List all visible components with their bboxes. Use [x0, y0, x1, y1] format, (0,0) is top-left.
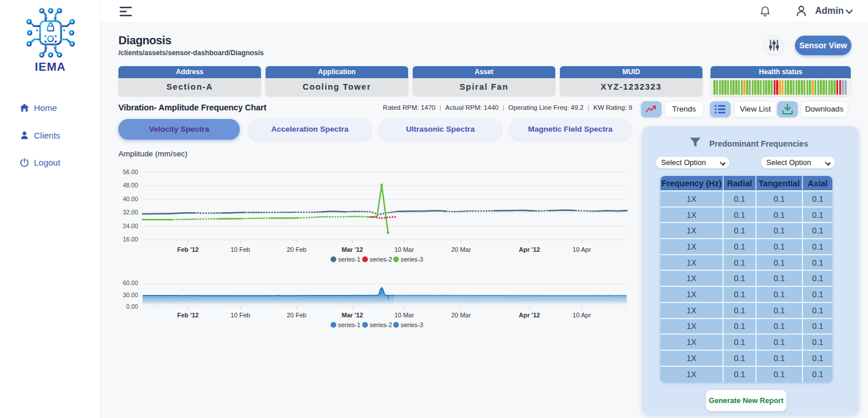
svg-text:10 Apr: 10 Apr: [573, 246, 591, 253]
svg-text:series-1: series-1: [338, 321, 360, 328]
svg-text:Mar '12: Mar '12: [341, 312, 363, 319]
svg-text:series-2: series-2: [370, 321, 392, 328]
svg-text:10 Mar: 10 Mar: [394, 246, 414, 253]
svg-text:Feb '12: Feb '12: [177, 246, 198, 253]
svg-text:Mar '12: Mar '12: [341, 246, 363, 253]
svg-text:series-3: series-3: [401, 321, 423, 328]
svg-text:20 Feb: 20 Feb: [287, 312, 306, 319]
svg-text:20 Mar: 20 Mar: [451, 246, 471, 253]
svg-text:60.00: 60.00: [123, 279, 138, 286]
svg-text:32.00: 32.00: [123, 209, 138, 216]
svg-text:10 Feb: 10 Feb: [231, 246, 250, 253]
svg-text:0.00: 0.00: [126, 303, 139, 310]
svg-text:Feb '12: Feb '12: [177, 312, 198, 319]
svg-text:24.00: 24.00: [123, 223, 138, 229]
svg-text:series-3: series-3: [401, 256, 423, 263]
svg-text:48.00: 48.00: [123, 182, 138, 189]
svg-text:10 Apr: 10 Apr: [573, 312, 591, 319]
svg-text:Apr '12: Apr '12: [519, 246, 540, 253]
svg-text:20 Mar: 20 Mar: [451, 312, 471, 319]
svg-text:16.00: 16.00: [123, 236, 138, 243]
svg-text:40.00: 40.00: [123, 195, 138, 202]
svg-text:10 Mar: 10 Mar: [394, 312, 414, 319]
svg-text:30.00: 30.00: [123, 292, 138, 298]
svg-text:10 Feb: 10 Feb: [231, 312, 250, 319]
svg-text:Apr '12: Apr '12: [519, 312, 540, 319]
svg-text:series-2: series-2: [370, 256, 392, 263]
svg-text:56.00: 56.00: [123, 168, 138, 175]
svg-text:20 Feb: 20 Feb: [287, 246, 306, 253]
svg-text:series-1: series-1: [338, 256, 360, 263]
